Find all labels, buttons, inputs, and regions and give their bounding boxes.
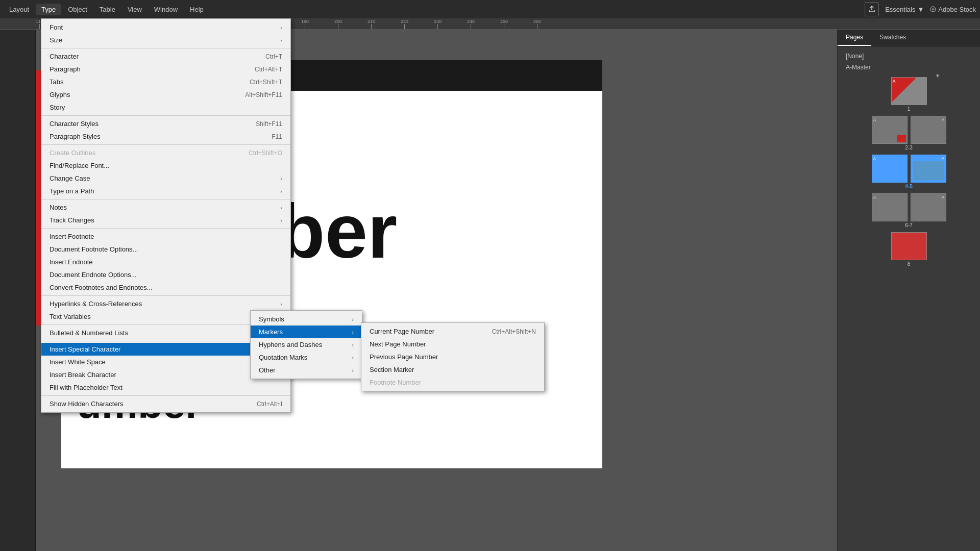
- menu-notes-arrow: ›: [280, 205, 282, 211]
- menu-notes-label: Notes: [50, 204, 67, 211]
- menu-show-hidden-label: Show Hidden Characters: [50, 400, 124, 408]
- menu-size-label: Size: [50, 36, 62, 44]
- menu-char-styles[interactable]: Character Styles Shift+F11: [41, 117, 290, 130]
- menu-view[interactable]: View: [122, 4, 147, 15]
- pages-list: [None] A-Master ▼ A 1 A: [838, 46, 980, 275]
- page-thumb-67-label: 6-7: [905, 222, 912, 228]
- essentials-chevron-icon: ▼: [917, 6, 924, 13]
- submenu-quotation-marks[interactable]: Quotation Marks ›: [251, 351, 362, 364]
- menu-size-arrow: ›: [280, 37, 282, 43]
- page-thumb-8[interactable]: [891, 232, 927, 260]
- menu-text-variables-label: Text Variables: [50, 313, 91, 320]
- page-thumb-8-label: 8: [908, 261, 911, 267]
- tab-swatches[interactable]: Swatches: [871, 30, 914, 46]
- page-thumb-1[interactable]: A: [891, 77, 927, 105]
- menu-glyphs[interactable]: Glyphs Alt+Shift+F11: [41, 88, 290, 101]
- menu-change-case[interactable]: Change Case ›: [41, 172, 290, 185]
- submenu-hyphens[interactable]: Hyphens and Dashes ›: [251, 338, 362, 351]
- menu-type[interactable]: Type: [36, 4, 61, 15]
- page-67-thumbs: A A: [871, 193, 947, 221]
- page-45-container: A A 4-5: [871, 155, 947, 189]
- marker-next-page[interactable]: Next Page Number: [361, 338, 544, 350]
- adobe-stock-link[interactable]: Adobe Stock: [930, 6, 976, 13]
- menu-tabs-shortcut: Ctrl+Shift+T: [250, 79, 282, 86]
- page-thumb-7[interactable]: A: [911, 193, 946, 221]
- menu-insert-endnote[interactable]: Insert Endnote: [41, 256, 290, 268]
- submenu-symbols-arrow: ›: [352, 316, 354, 322]
- menu-notes[interactable]: Notes ›: [41, 201, 290, 214]
- page-thumb-row-67: A A 6-7: [842, 193, 976, 228]
- menu-story[interactable]: Story: [41, 101, 290, 114]
- menu-paragraph[interactable]: Paragraph Ctrl+Alt+T: [41, 63, 290, 76]
- menu-table[interactable]: Table: [94, 4, 120, 15]
- submenu-symbols[interactable]: Symbols ›: [251, 313, 362, 325]
- menu-type-on-path[interactable]: Type on a Path ›: [41, 185, 290, 197]
- menu-insert-white-space-label: Insert White Space: [50, 358, 106, 366]
- share-icon[interactable]: [865, 2, 879, 16]
- page-thumb-7-a: A: [941, 195, 944, 200]
- menu-bar: Layout Type Object Table View Window Hel…: [0, 0, 980, 18]
- page-5-img: [913, 161, 944, 180]
- marker-section[interactable]: Section Marker: [361, 363, 544, 376]
- page-thumb-4[interactable]: A: [872, 155, 908, 183]
- page-item-master[interactable]: A-Master: [842, 62, 976, 73]
- menu-doc-endnote-options-label: Document Endnote Options...: [50, 271, 137, 279]
- menu-fill-placeholder[interactable]: Fill with Placeholder Text: [41, 381, 290, 394]
- menu-insert-break-char-label: Insert Break Character: [50, 371, 116, 379]
- page-thumb-row-23: A A 2-3: [842, 116, 976, 151]
- menu-character-shortcut: Ctrl+T: [265, 53, 282, 60]
- menu-create-outlines-shortcut: Ctrl+Shift+O: [249, 149, 282, 157]
- menu-object[interactable]: Object: [63, 4, 92, 15]
- menu-help[interactable]: Help: [185, 4, 209, 15]
- menu-character[interactable]: Character Ctrl+T: [41, 50, 290, 63]
- marker-prev-page-label: Previous Page Number: [370, 353, 536, 361]
- menu-char-styles-label: Character Styles: [50, 120, 99, 128]
- page-23-thumbs: A A: [871, 116, 947, 144]
- page-thumb-6[interactable]: A: [872, 193, 908, 221]
- menu-find-replace-font[interactable]: Find/Replace Font...: [41, 159, 290, 172]
- page-arrow-down: ▼: [935, 73, 940, 79]
- page-item-none[interactable]: [None]: [842, 51, 976, 62]
- menu-hyperlinks[interactable]: Hyperlinks & Cross-References ›: [41, 297, 290, 310]
- menu-find-replace-font-label: Find/Replace Font...: [50, 162, 109, 169]
- page-thumb-1-label: 1: [908, 106, 911, 112]
- page-thumb-23-label: 2-3: [905, 145, 912, 151]
- sep-2: [41, 115, 290, 116]
- page-thumb-2[interactable]: A: [872, 116, 908, 144]
- page-8-container: 8: [890, 232, 928, 267]
- submenu-markers[interactable]: Markers ›: [251, 325, 362, 338]
- menu-tabs[interactable]: Tabs Ctrl+Shift+T: [41, 76, 290, 88]
- menu-para-styles[interactable]: Paragraph Styles F11: [41, 130, 290, 143]
- menu-change-case-arrow: ›: [280, 176, 282, 182]
- submenu-markers-arrow: ›: [352, 329, 354, 335]
- menu-size[interactable]: Size ›: [41, 34, 290, 46]
- menu-font[interactable]: Font ›: [41, 21, 290, 34]
- menu-layout[interactable]: Layout: [4, 4, 34, 15]
- marker-footnote-label: Footnote Number: [370, 379, 536, 386]
- menu-track-changes[interactable]: Track Changes ›: [41, 214, 290, 227]
- sep-3: [41, 144, 290, 145]
- menu-insert-footnote[interactable]: Insert Footnote: [41, 230, 290, 243]
- menu-window[interactable]: Window: [149, 4, 183, 15]
- page-thumb-45-label: 4-5: [905, 184, 912, 189]
- marker-current-page-label: Current Page Number: [370, 328, 492, 335]
- menu-convert-footnotes[interactable]: Convert Footnotes and Endnotes...: [41, 281, 290, 294]
- marker-current-page[interactable]: Current Page Number Ctrl+Alt+Shift+N: [361, 325, 544, 338]
- menu-doc-endnote-options[interactable]: Document Endnote Options...: [41, 268, 290, 281]
- page-thumb-3[interactable]: A: [911, 116, 946, 144]
- menu-track-changes-label: Track Changes: [50, 216, 94, 224]
- marker-prev-page[interactable]: Previous Page Number: [361, 350, 544, 363]
- menu-type-on-path-label: Type on a Path: [50, 187, 94, 195]
- menu-font-label: Font: [50, 23, 63, 31]
- menu-type-on-path-arrow: ›: [280, 188, 282, 194]
- submenu-quotation-marks-arrow: ›: [352, 355, 354, 361]
- sep-1: [41, 48, 290, 48]
- page-thumb-5-a: A: [941, 156, 944, 161]
- menu-show-hidden[interactable]: Show Hidden Characters Ctrl+Alt+I: [41, 397, 290, 410]
- essentials-dropdown[interactable]: Essentials ▼: [885, 6, 924, 13]
- menu-doc-footnote-options[interactable]: Document Footnote Options...: [41, 243, 290, 256]
- tab-pages[interactable]: Pages: [838, 30, 871, 46]
- page-thumb-5[interactable]: A: [911, 155, 946, 183]
- page-thumb-1-a: A: [893, 79, 896, 84]
- submenu-other[interactable]: Other ›: [251, 364, 362, 377]
